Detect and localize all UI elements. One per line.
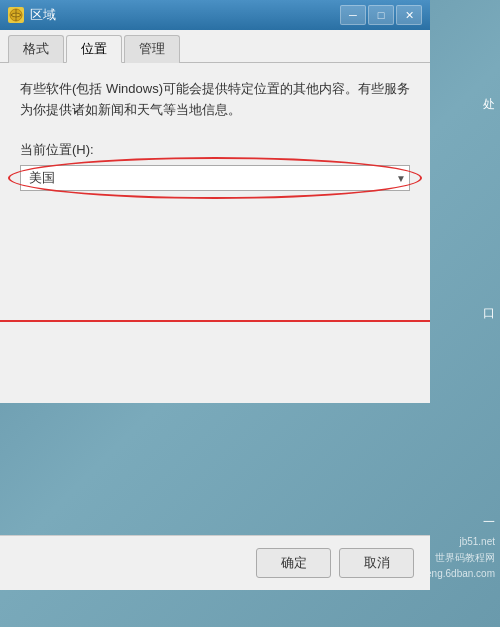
side-label-bottom: 一 [483, 514, 495, 531]
side-label-top: 处 [483, 96, 495, 113]
tab-format[interactable]: 格式 [8, 35, 64, 63]
dialog-window: 区域 ─ □ ✕ 格式 位置 管理 有些软件(包括 Windows)可能会提供特… [0, 0, 430, 590]
tab-management[interactable]: 管理 [124, 35, 180, 63]
ok-button[interactable]: 确定 [256, 548, 331, 578]
button-bar: 确定 取消 [0, 535, 430, 590]
location-select-wrapper: 美国 中国 日本 英国 法国 德国 ▼ [20, 165, 410, 191]
title-bar: 区域 ─ □ ✕ [0, 0, 430, 30]
title-bar-left: 区域 [8, 6, 56, 24]
window-icon [8, 7, 24, 23]
close-button[interactable]: ✕ [396, 5, 422, 25]
red-annotation-line [0, 320, 430, 322]
tab-location[interactable]: 位置 [66, 35, 122, 63]
cancel-button[interactable]: 取消 [339, 548, 414, 578]
window-title: 区域 [30, 6, 56, 24]
tab-bar: 格式 位置 管理 [0, 30, 430, 63]
side-label-middle: 口 [483, 305, 495, 322]
description-text: 有些软件(包括 Windows)可能会提供特定位置的其他内容。有些服务为你提供诸… [20, 79, 410, 121]
location-select[interactable]: 美国 中国 日本 英国 法国 德国 [20, 165, 410, 191]
side-decorative-panel: 处 口 一 [430, 0, 500, 627]
maximize-button[interactable]: □ [368, 5, 394, 25]
title-controls: ─ □ ✕ [340, 5, 422, 25]
location-field-label: 当前位置(H): [20, 141, 410, 159]
minimize-button[interactable]: ─ [340, 5, 366, 25]
dialog-content: 有些软件(包括 Windows)可能会提供特定位置的其他内容。有些服务为你提供诸… [0, 63, 430, 403]
